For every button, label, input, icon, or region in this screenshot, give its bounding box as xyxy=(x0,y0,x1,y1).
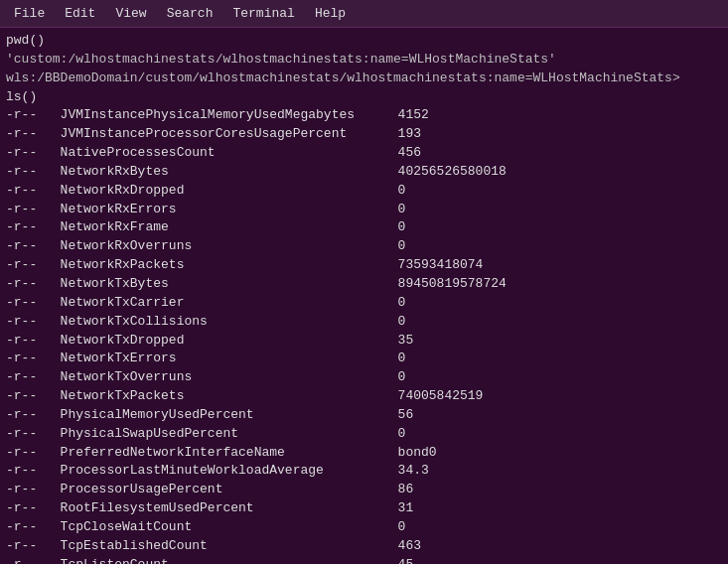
attr-perm: -r-- xyxy=(6,237,61,256)
attr-perm: -r-- xyxy=(6,481,61,499)
terminal-line: -r-- NetworkTxCarrier0 xyxy=(6,294,722,313)
attr-name: TcpListenCount xyxy=(61,556,398,564)
attr-name: TcpEstablishedCount xyxy=(61,537,398,556)
attr-value: 45 xyxy=(398,556,414,564)
attr-value: bond0 xyxy=(398,444,437,463)
terminal-line: -r-- NetworkRxOverruns0 xyxy=(6,237,722,256)
terminal-line: ls() xyxy=(6,88,722,107)
attr-value: 4152 xyxy=(398,106,429,125)
attr-perm: -r-- xyxy=(6,368,61,387)
attr-value: 456 xyxy=(398,144,421,163)
attr-perm: -r-- xyxy=(6,182,61,201)
terminal-line: -r-- RootFilesystemUsedPercent31 xyxy=(6,499,722,518)
attr-perm: -r-- xyxy=(6,406,61,425)
attr-name: PreferredNetworkInterfaceName xyxy=(61,444,398,463)
attr-name: NetworkTxBytes xyxy=(61,275,398,294)
terminal-line: -r-- NativeProcessesCount456 xyxy=(6,144,722,163)
terminal-line: -r-- ProcessorUsagePercent86 xyxy=(6,481,722,499)
terminal-line: -r-- NetworkTxCollisions0 xyxy=(6,313,722,332)
menu-item-help[interactable]: Help xyxy=(305,3,356,24)
attr-name: NetworkTxCollisions xyxy=(61,313,398,332)
terminal-line: -r-- JVMInstancePhysicalMemoryUsedMegaby… xyxy=(6,106,722,125)
attr-name: NetworkTxOverruns xyxy=(61,368,398,387)
terminal-line: -r-- PhysicalSwapUsedPercent0 xyxy=(6,425,722,444)
attr-perm: -r-- xyxy=(6,537,61,556)
attr-perm: -r-- xyxy=(6,462,61,481)
attr-name: NetworkRxOverruns xyxy=(61,237,398,256)
terminal-line: 'custom:/wlhostmachinestats/wlhostmachin… xyxy=(6,51,722,70)
attr-value: 0 xyxy=(398,350,406,368)
attr-name: JVMInstanceProcessorCoresUsagePercent xyxy=(61,125,398,144)
attr-perm: -r-- xyxy=(6,201,61,219)
attr-value: 0 xyxy=(398,182,406,201)
terminal-line: -r-- PhysicalMemoryUsedPercent56 xyxy=(6,406,722,425)
terminal-line: -r-- JVMInstanceProcessorCoresUsagePerce… xyxy=(6,125,722,144)
menu-item-file[interactable]: File xyxy=(4,3,55,24)
attr-perm: -r-- xyxy=(6,144,61,163)
attr-name: PhysicalSwapUsedPercent xyxy=(61,425,398,444)
terminal-line: -r-- ProcessorLastMinuteWorkloadAverage3… xyxy=(6,462,722,481)
terminal-line: -r-- NetworkRxFrame0 xyxy=(6,218,722,237)
attr-name: NativeProcessesCount xyxy=(61,144,398,163)
attr-perm: -r-- xyxy=(6,275,61,294)
attr-name: NetworkRxPackets xyxy=(61,256,398,275)
attr-name: NetworkRxErrors xyxy=(61,201,398,219)
attr-value: 0 xyxy=(398,237,406,256)
attr-value: 193 xyxy=(398,125,421,144)
attr-value: 74005842519 xyxy=(398,387,484,406)
attr-perm: -r-- xyxy=(6,332,61,351)
attr-value: 89450819578724 xyxy=(398,275,507,294)
attr-name: JVMInstancePhysicalMemoryUsedMegabytes xyxy=(61,106,398,125)
attr-name: NetworkTxDropped xyxy=(61,332,398,351)
attr-perm: -r-- xyxy=(6,387,61,406)
attr-value: 0 xyxy=(398,425,406,444)
attr-perm: -r-- xyxy=(6,106,61,125)
attr-name: NetworkTxErrors xyxy=(61,350,398,368)
attr-perm: -r-- xyxy=(6,218,61,237)
attr-name: ProcessorUsagePercent xyxy=(61,481,398,499)
attr-perm: -r-- xyxy=(6,499,61,518)
terminal-line: wls:/BBDemoDomain/custom/wlhostmachinest… xyxy=(6,70,722,88)
attr-value: 0 xyxy=(398,294,406,313)
attr-name: NetworkTxPackets xyxy=(61,387,398,406)
menu-item-edit[interactable]: Edit xyxy=(55,3,105,24)
attr-value: 31 xyxy=(398,499,414,518)
attr-perm: -r-- xyxy=(6,256,61,275)
terminal-line: -r-- NetworkTxOverruns0 xyxy=(6,368,722,387)
attr-value: 0 xyxy=(398,218,406,237)
attr-perm: -r-- xyxy=(6,350,61,368)
attr-name: TcpCloseWaitCount xyxy=(61,518,398,537)
terminal-line: -r-- TcpCloseWaitCount0 xyxy=(6,518,722,537)
attr-name: NetworkTxCarrier xyxy=(61,294,398,313)
attr-name: NetworkRxBytes xyxy=(61,163,398,182)
attr-perm: -r-- xyxy=(6,556,61,564)
menu-item-view[interactable]: View xyxy=(105,3,156,24)
attr-perm: -r-- xyxy=(6,444,61,463)
attr-name: ProcessorLastMinuteWorkloadAverage xyxy=(61,462,398,481)
terminal[interactable]: pwd()'custom:/wlhostmachinestats/wlhostm… xyxy=(0,28,728,564)
terminal-line: -r-- TcpListenCount45 xyxy=(6,556,722,564)
menu-item-terminal[interactable]: Terminal xyxy=(222,3,304,24)
menubar: FileEditViewSearchTerminalHelp xyxy=(0,0,728,28)
attr-name: RootFilesystemUsedPercent xyxy=(61,499,398,518)
terminal-line: -r-- PreferredNetworkInterfaceNamebond0 xyxy=(6,444,722,463)
attr-value: 34.3 xyxy=(398,462,429,481)
attr-value: 463 xyxy=(398,537,421,556)
attr-value: 0 xyxy=(398,201,406,219)
terminal-line: -r-- NetworkRxBytes40256526580018 xyxy=(6,163,722,182)
terminal-line: -r-- NetworkTxDropped35 xyxy=(6,332,722,351)
menu-item-search[interactable]: Search xyxy=(157,3,223,24)
attr-perm: -r-- xyxy=(6,163,61,182)
attr-perm: -r-- xyxy=(6,313,61,332)
attr-value: 56 xyxy=(398,406,414,425)
attr-perm: -r-- xyxy=(6,425,61,444)
attr-value: 73593418074 xyxy=(398,256,484,275)
terminal-line: -r-- NetworkRxErrors0 xyxy=(6,201,722,219)
attr-perm: -r-- xyxy=(6,125,61,144)
terminal-line: -r-- NetworkRxDropped0 xyxy=(6,182,722,201)
terminal-line: -r-- NetworkRxPackets73593418074 xyxy=(6,256,722,275)
attr-perm: -r-- xyxy=(6,518,61,537)
attr-name: NetworkRxDropped xyxy=(61,182,398,201)
terminal-line: pwd() xyxy=(6,32,722,51)
attr-value: 0 xyxy=(398,313,406,332)
